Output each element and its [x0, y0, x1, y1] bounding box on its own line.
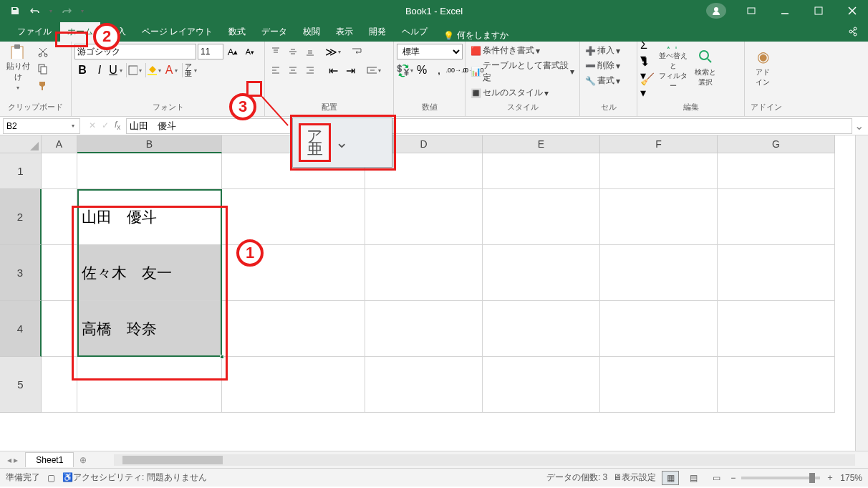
format-as-table-button[interactable]: 📊テーブルとして書式設定 ▾	[468, 59, 577, 85]
sort-filter-button[interactable]: AZ 並べ替えと フィルター	[658, 44, 688, 91]
decrease-font-button[interactable]: A▾	[242, 44, 258, 59]
align-top-button[interactable]	[268, 44, 284, 59]
cell-G2[interactable]	[718, 189, 835, 245]
font-color-button[interactable]: A▾	[165, 62, 180, 78]
cell-F2[interactable]	[600, 189, 718, 245]
sheet-tab-1[interactable]: Sheet1	[25, 452, 74, 467]
zoom-slider[interactable]	[741, 477, 820, 479]
share-button[interactable]	[847, 24, 861, 39]
cell-G3[interactable]	[718, 245, 835, 301]
cell-D5[interactable]	[365, 357, 483, 413]
conditional-formatting-button[interactable]: 🟥条件付き書式 ▾	[468, 44, 577, 57]
align-middle-button[interactable]	[285, 44, 301, 59]
row-header-2[interactable]: 2	[0, 189, 42, 245]
cell-G1[interactable]	[718, 153, 835, 189]
close-button[interactable]	[836, 0, 868, 21]
format-painter-button[interactable]	[35, 78, 51, 94]
paste-button[interactable]: 貼り付け ▾	[3, 44, 33, 91]
tab-data[interactable]: データ	[254, 22, 294, 42]
account-button[interactable]	[706, 3, 726, 19]
phonetic-main-button[interactable]: ア亜	[299, 123, 331, 161]
tab-developer[interactable]: 開発	[362, 22, 393, 42]
cell-E1[interactable]	[483, 153, 600, 189]
tab-page-layout[interactable]: ページ レイアウト	[135, 22, 220, 42]
row-header-5[interactable]: 5	[0, 357, 42, 413]
tab-view[interactable]: 表示	[329, 22, 360, 42]
addins-button[interactable]: ◉ アド イン	[748, 44, 778, 91]
display-settings-button[interactable]: 🖥表示設定	[613, 472, 656, 484]
clear-button[interactable]: 🧹▾	[640, 78, 656, 94]
format-cells-button[interactable]: 🔧書式 ▾	[583, 74, 622, 87]
normal-view-button[interactable]: ▦	[662, 471, 679, 485]
increase-indent-button[interactable]: ⇥	[342, 62, 358, 78]
align-left-button[interactable]	[268, 62, 284, 78]
cell-C5[interactable]	[222, 357, 365, 413]
horizontal-scrollbar[interactable]	[114, 454, 855, 466]
cell-A1[interactable]	[42, 153, 77, 189]
percent-format-button[interactable]: %	[414, 62, 430, 78]
cell-E5[interactable]	[483, 357, 600, 413]
orientation-button[interactable]: ≫▾	[325, 44, 341, 59]
tab-review[interactable]: 校閲	[296, 22, 327, 42]
cancel-formula-button[interactable]: ✕	[89, 120, 96, 130]
save-button[interactable]	[7, 3, 23, 19]
row-header-1[interactable]: 1	[0, 153, 42, 189]
row-header-4[interactable]: 4	[0, 301, 42, 357]
cell-E4[interactable]	[483, 301, 600, 357]
accessibility-status[interactable]: ♿アクセシビリティ: 問題ありません	[62, 472, 207, 484]
cell-G4[interactable]	[718, 301, 835, 357]
formula-bar-expand[interactable]: ⌄	[852, 118, 865, 134]
col-header-b[interactable]: B	[77, 135, 222, 153]
zoom-level[interactable]: 175%	[840, 473, 862, 483]
align-center-button[interactable]	[285, 62, 301, 78]
col-header-e[interactable]: E	[483, 135, 600, 153]
copy-button[interactable]	[35, 61, 51, 77]
fx-button[interactable]: fx	[115, 120, 120, 131]
fill-handle[interactable]	[220, 355, 224, 359]
qat-customize[interactable]: ▾	[79, 3, 86, 19]
cell-styles-button[interactable]: 🔳セルのスタイル ▾	[468, 86, 577, 100]
confirm-formula-button[interactable]: ✓	[102, 120, 109, 130]
tab-file[interactable]: ファイル	[10, 22, 59, 42]
col-header-g[interactable]: G	[718, 135, 835, 153]
cell-D4[interactable]	[365, 301, 483, 357]
cell-C2[interactable]	[222, 189, 365, 245]
select-all-button[interactable]	[0, 135, 42, 153]
macro-record-icon[interactable]: ▢	[47, 473, 55, 483]
ribbon-display-button[interactable]	[735, 0, 767, 21]
cell-B2[interactable]: 山田 優斗	[77, 189, 222, 245]
cell-B1[interactable]	[77, 153, 222, 189]
tab-help[interactable]: ヘルプ	[395, 22, 435, 42]
tell-me[interactable]: 💡 何をしますか	[443, 29, 508, 42]
redo-button[interactable]	[59, 3, 74, 19]
font-name-input[interactable]	[74, 44, 196, 59]
cell-C4[interactable]	[222, 301, 365, 357]
cell-A3[interactable]	[42, 245, 77, 301]
number-format-select[interactable]: 標準	[397, 44, 463, 59]
minimize-button[interactable]	[768, 0, 801, 21]
font-size-input[interactable]	[198, 44, 223, 59]
bold-button[interactable]: B	[74, 62, 90, 78]
cell-A2[interactable]	[42, 189, 77, 245]
cell-D2[interactable]	[365, 189, 483, 245]
worksheet-grid[interactable]: A B C D E F G 12山田 優斗3佐々木 友一4高橋 玲奈5	[0, 135, 868, 451]
phonetic-dropdown-button[interactable]: ⌄	[335, 133, 348, 152]
row-header-3[interactable]: 3	[0, 245, 42, 301]
tab-home[interactable]: ホーム	[60, 22, 100, 42]
formula-bar[interactable]: 山田 優斗	[126, 118, 852, 134]
maximize-button[interactable]	[802, 0, 834, 21]
cell-D3[interactable]	[365, 245, 483, 301]
name-box[interactable]: B2▾	[3, 118, 80, 134]
wrap-text-button[interactable]	[349, 44, 365, 59]
zoom-out-button[interactable]: −	[730, 473, 736, 483]
sheet-nav[interactable]: ◂ ▸	[0, 455, 25, 465]
cell-E2[interactable]	[483, 189, 600, 245]
page-layout-view-button[interactable]: ▤	[685, 471, 702, 485]
delete-cells-button[interactable]: ➖削除 ▾	[583, 59, 622, 72]
align-right-button[interactable]	[302, 62, 318, 78]
italic-button[interactable]: I	[92, 62, 107, 78]
col-header-f[interactable]: F	[600, 135, 718, 153]
cell-F4[interactable]	[600, 301, 718, 357]
cell-B4[interactable]: 高橋 玲奈	[77, 301, 222, 357]
fill-color-button[interactable]: ▾	[148, 62, 163, 78]
